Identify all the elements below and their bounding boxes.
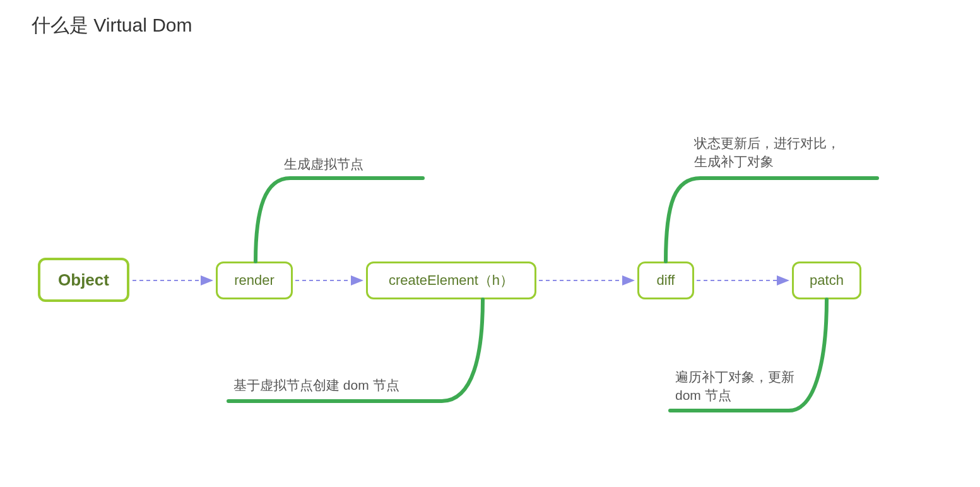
annotation-patch-bottom: 遍历补丁对象，更新 dom 节点 bbox=[675, 368, 801, 405]
node-diff: diff bbox=[637, 262, 694, 299]
node-object: Object bbox=[38, 258, 129, 302]
diagram-connectors bbox=[0, 0, 980, 487]
callout-diff-top bbox=[666, 178, 877, 262]
node-patch: patch bbox=[792, 262, 861, 299]
diagram-title: 什么是 Virtual Dom bbox=[32, 13, 192, 39]
annotation-create-bottom: 基于虚拟节点创建 dom 节点 bbox=[233, 376, 399, 394]
annotation-render-top: 生成虚拟节点 bbox=[284, 155, 363, 173]
annotation-diff-top: 状态更新后，进行对比，生成补丁对象 bbox=[694, 134, 846, 171]
callout-render-top bbox=[256, 178, 423, 262]
node-createelement: createElement（h） bbox=[366, 262, 536, 299]
node-render: render bbox=[216, 262, 293, 299]
